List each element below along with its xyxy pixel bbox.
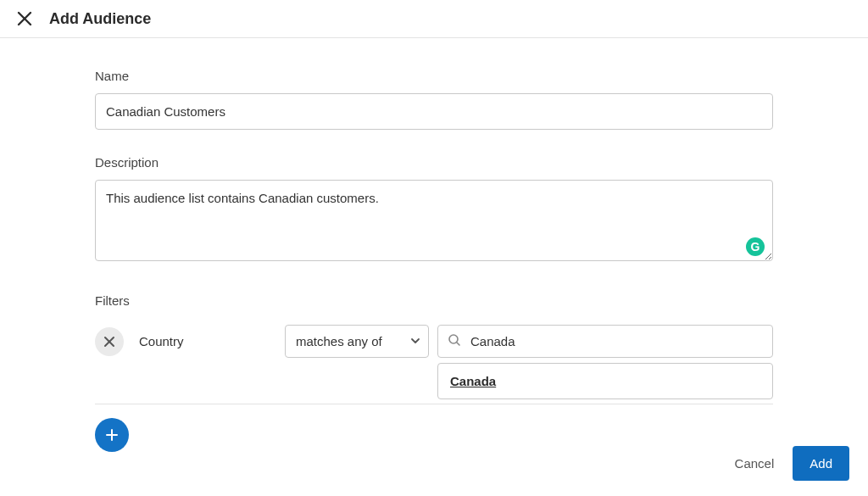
modal-content: Name Description This audience list cont…: [95, 38, 773, 452]
modal-title: Add Audience: [49, 10, 151, 28]
cancel-button[interactable]: Cancel: [735, 456, 775, 471]
filter-operator-select[interactable]: [285, 325, 429, 358]
close-button[interactable]: [15, 9, 34, 28]
filter-divider: [95, 404, 773, 404]
plus-icon: [104, 427, 120, 443]
remove-filter-button[interactable]: [95, 327, 124, 356]
filter-attribute: Country: [132, 334, 276, 348]
description-label: Description: [95, 155, 773, 170]
name-label: Name: [95, 69, 773, 83]
filter-value-dropdown: Canada: [437, 363, 773, 399]
modal-header: Add Audience: [0, 0, 868, 38]
filter-value-wrapper: Canada: [437, 325, 773, 358]
add-filter-row: [95, 418, 773, 452]
filter-operator-wrapper: [285, 325, 429, 358]
dropdown-option[interactable]: Canada: [450, 374, 760, 388]
filter-row: Country Canada: [95, 325, 773, 358]
filters-section: Filters Country: [95, 293, 773, 452]
filter-value-input[interactable]: [437, 325, 773, 358]
add-button[interactable]: Add: [793, 446, 849, 481]
name-input[interactable]: [95, 93, 773, 130]
add-filter-button[interactable]: [95, 418, 129, 452]
close-icon: [17, 11, 32, 26]
filters-label: Filters: [95, 293, 773, 308]
description-input[interactable]: This audience list contains Canadian cus…: [95, 180, 773, 261]
remove-icon: [103, 336, 115, 348]
modal-footer: Cancel Add: [735, 446, 849, 481]
